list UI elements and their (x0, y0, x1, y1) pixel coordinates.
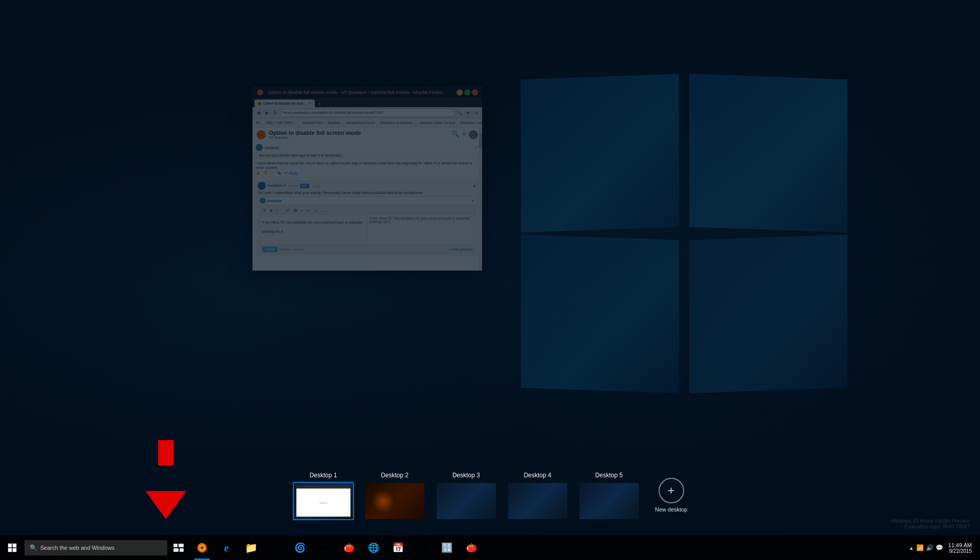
taskbar: 🔍 Search the web and Windows e (0, 535, 980, 560)
desktop-2-thumbnail[interactable] (364, 482, 425, 520)
new-desktop-circle: + (659, 478, 684, 503)
svg-rect-5 (13, 544, 17, 548)
system-clock[interactable]: 11:49 AM 9/22/2015 (944, 542, 976, 554)
firefox-taskbar-icon (196, 542, 208, 554)
search-bar[interactable]: 🔍 Search the web and Windows (24, 540, 167, 555)
arrow-stem (158, 440, 173, 466)
app1-taskbar-icon: 🍅 (343, 542, 355, 554)
desktop-3-thumbnail[interactable] (436, 482, 497, 520)
taskbar-app-maps[interactable]: 🗺 (410, 535, 435, 560)
desktop-2-item[interactable]: Desktop 2 (364, 472, 425, 520)
taskbar-app-samba[interactable]: 🌀 (288, 535, 312, 560)
desktop-5-label: Desktop 5 (595, 472, 623, 479)
calculator-taskbar-icon: 🔢 (441, 542, 453, 554)
maps-taskbar-icon: 🗺 (416, 542, 429, 554)
globe-taskbar-icon: 🌐 (367, 542, 380, 554)
task-view-button[interactable] (167, 535, 190, 560)
samba-taskbar-icon: 🌀 (294, 542, 306, 554)
task-view-icon (173, 544, 184, 552)
clock-time: 11:49 AM (948, 542, 972, 548)
desktop-4-label: Desktop 4 (524, 472, 551, 479)
taskbar-app-1[interactable]: 🍅 (337, 535, 361, 560)
chevron-up-icon[interactable]: ▲ (909, 545, 914, 551)
taskbar-app-edge[interactable]: e (214, 535, 239, 560)
explorer-taskbar-icon: 📁 (245, 542, 257, 554)
desktop-2-label: Desktop 2 (381, 472, 409, 479)
desktop-1-thumbnail[interactable]: Forum (293, 482, 354, 520)
search-icon: 🔍 (30, 544, 37, 551)
app2-taskbar-icon: 🍅 (465, 542, 478, 554)
arrow-indicator (145, 466, 186, 519)
calendar-taskbar-icon: 📅 (392, 542, 404, 554)
taskbar-app-calendar[interactable]: 📅 (386, 535, 410, 560)
desktop-5-item[interactable]: Desktop 5 (579, 472, 640, 520)
taskbar-app-store[interactable]: 🛍 (263, 535, 288, 560)
store-taskbar-icon: 🛍 (269, 542, 282, 554)
desktop-1-browser-thumb: Forum (296, 485, 350, 517)
desktop-1-label: Desktop 1 (310, 472, 337, 479)
search-placeholder-text: Search the web and Windows (40, 545, 115, 551)
taskbar-app-firefox[interactable] (190, 535, 214, 560)
new-desktop-button[interactable]: + New desktop (655, 472, 688, 513)
desktop-1-item[interactable]: Desktop 1 Forum (293, 472, 354, 520)
taskbar-app-mail[interactable]: ✉ (312, 535, 337, 560)
arrow-head (145, 491, 186, 519)
desktop-2-glow (370, 491, 396, 512)
svg-rect-9 (179, 544, 184, 547)
task-view-overlay: Desktop 1 Forum Desktop 2 (0, 0, 980, 535)
desktop-4-item[interactable]: Desktop 4 (507, 472, 568, 520)
notification-icon[interactable]: 💬 (936, 544, 943, 551)
taskbar-app-globe[interactable]: 🌐 (361, 535, 386, 560)
svg-rect-10 (173, 548, 179, 552)
svg-rect-7 (13, 548, 17, 552)
desktop-3-item[interactable]: Desktop 3 (436, 472, 497, 520)
start-button[interactable] (0, 535, 24, 560)
svg-rect-11 (180, 548, 184, 552)
windows-start-icon (8, 543, 17, 552)
svg-rect-4 (8, 544, 12, 548)
desktop-3-label: Desktop 3 (453, 472, 480, 479)
mail-taskbar-icon: ✉ (318, 542, 331, 554)
taskbar-app-2[interactable]: 🍅 (459, 535, 484, 560)
system-tray: ▲ 📶 🔊 💬 11:49 AM 9/22/2015 (905, 542, 980, 554)
volume-icon[interactable]: 🔊 (926, 544, 934, 551)
desktop-5-thumbnail[interactable] (579, 482, 640, 520)
desktop-4-thumbnail[interactable] (507, 482, 568, 520)
new-desktop-label: New desktop (655, 506, 688, 513)
system-tray-icons: ▲ 📶 🔊 💬 (909, 544, 943, 551)
svg-point-14 (200, 546, 204, 549)
svg-rect-6 (8, 548, 12, 552)
network-icon[interactable]: 📶 (916, 544, 924, 551)
taskbar-app-calculator[interactable]: 🔢 (435, 535, 459, 560)
edge-taskbar-icon: e (220, 542, 233, 554)
svg-rect-8 (173, 544, 178, 547)
clock-date: 9/22/2015 (948, 548, 972, 554)
taskbar-app-explorer[interactable]: 📁 (239, 535, 263, 560)
taskbar-apps: e 📁 🛍 🌀 ✉ 🍅 🌐 📅 🗺 (190, 535, 905, 560)
